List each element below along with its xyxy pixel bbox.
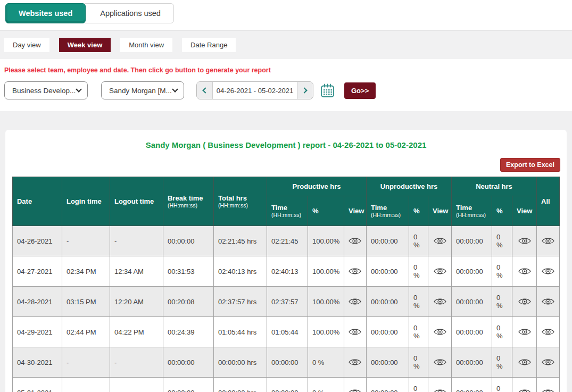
cell-neutral-time: 00:00:00 [452,347,492,378]
view-unproductive-button[interactable] [434,358,446,366]
eye-icon [434,328,446,336]
view-neutral-button[interactable] [518,358,531,366]
cell-break-time: 00:00:00 [163,378,213,392]
cell-break-time: 00:24:39 [163,317,213,347]
date-range-value[interactable]: 04-26-2021 - 05-02-2021 [213,82,297,99]
view-productive-button[interactable] [349,388,361,392]
cell-date: 04-29-2021 [12,317,62,347]
view-productive-button[interactable] [349,267,361,276]
table-row: 04-27-202102:34 PM12:34 AM00:31:5302:40:… [12,256,559,287]
view-icon-cell [428,378,452,392]
view-productive-button[interactable] [349,237,361,245]
cell-login-time: - [62,378,110,392]
view-productive-button[interactable] [349,328,361,336]
view-productive-button[interactable] [349,297,361,306]
chevron-down-icon [76,86,81,92]
cell-neutral-pct: 0 % [492,317,512,347]
eye-icon [434,388,446,392]
view-all-button[interactable] [542,358,554,366]
view-unproductive-button[interactable] [434,328,446,336]
view-button-month-view[interactable]: Month view [120,38,172,52]
cell-date: 04-28-2021 [12,287,62,317]
eye-icon [542,267,554,276]
view-icon-cell [344,378,366,392]
eye-icon [349,328,361,336]
col-header-neutral-pct: % [492,196,512,226]
col-header-neutral-view: View [512,196,537,226]
table-row: 04-29-202102:44 PM04:22 PM00:24:3901:05:… [12,317,559,347]
col-header-logout: Logout time [110,177,163,226]
view-all-button[interactable] [542,328,554,336]
cell-neutral-time: 00:00:00 [452,226,492,256]
eye-icon [434,297,446,306]
col-header-unproductive-time: Time (HH:mm:ss) [367,196,409,226]
prev-week-button[interactable] [197,82,213,99]
view-icon-cell [428,317,452,347]
employee-select[interactable]: Sandy Morgan [M... [101,81,184,99]
eye-icon [518,267,531,276]
view-neutral-button[interactable] [518,328,531,336]
cell-neutral-pct: 0 % [492,256,512,287]
view-productive-button[interactable] [349,358,361,366]
view-all-button[interactable] [542,388,554,392]
cell-productive-pct: 100.00% [308,317,344,347]
col-header-break: Break time (HH:mm:ss) [163,177,213,226]
cell-productive-pct: 0 % [308,378,344,392]
cell-neutral-time: 00:00:00 [452,256,492,287]
cell-productive-pct: 0 % [308,347,344,378]
view-icon-cell [428,347,452,378]
cell-unproductive-time: 00:00:00 [367,256,409,287]
view-button-day-view[interactable]: Day view [4,38,49,52]
view-icon-cell [344,287,366,317]
instruction-text: Please select team, employee and date. T… [4,66,568,74]
view-all-button[interactable] [542,267,554,276]
next-week-button[interactable] [297,82,313,99]
eye-icon [434,237,446,245]
view-unproductive-button[interactable] [434,388,446,392]
cell-total-hrs: 02:40:13 hrs [213,256,267,287]
report-title: Sandy Morgan ( Business Development ) re… [12,140,560,149]
view-icon-cell [512,317,537,347]
calendar-picker-button[interactable] [320,84,335,98]
cell-logout-time: - [110,378,163,392]
cell-neutral-pct: 0 % [492,287,512,317]
cell-unproductive-pct: 0 % [409,347,428,378]
view-button-week-view[interactable]: Week view [59,38,111,52]
cell-break-time: 00:31:53 [163,256,213,287]
view-all-button[interactable] [542,297,554,306]
view-icon-cell [512,378,537,392]
cell-neutral-pct: 0 % [492,226,512,256]
col-header-unproductive-view: View [428,196,452,226]
cell-unproductive-pct: 0 % [409,226,428,256]
cell-unproductive-time: 00:00:00 [367,287,409,317]
cell-productive-pct: 100.00% [308,226,344,256]
cell-productive-time: 02:40:13 [267,256,308,287]
view-all-button[interactable] [542,237,554,245]
cell-unproductive-time: 00:00:00 [367,317,409,347]
team-select[interactable]: Business Develop... [4,81,88,99]
view-neutral-button[interactable] [518,237,531,245]
view-icon-cell [537,256,560,287]
cell-login-time: 02:34 PM [62,256,110,287]
eye-icon [542,237,554,245]
view-neutral-button[interactable] [518,267,531,276]
table-row: 05-01-2021--00:00:0000:00:00 hrs00:00:00… [12,378,559,392]
tab-websites-used[interactable]: Websites used [5,3,86,23]
tab-applications-used[interactable]: Applications used [82,3,174,23]
cell-unproductive-pct: 0 % [409,378,428,392]
col-header-productive-view: View [344,196,366,226]
table-row: 04-26-2021--00:00:0002:21:45 hrs02:21:45… [12,226,559,256]
go-button[interactable]: Go>> [344,82,376,99]
view-neutral-button[interactable] [518,388,531,392]
eye-icon [542,358,554,366]
export-to-excel-button[interactable]: Export to Excel [500,158,560,172]
calendar-icon [320,84,335,98]
cell-logout-time: - [110,347,163,378]
cell-neutral-pct: 0 % [492,347,512,378]
view-neutral-button[interactable] [518,297,531,306]
view-unproductive-button[interactable] [434,297,446,306]
view-icon-cell [512,287,537,317]
view-unproductive-button[interactable] [434,267,446,276]
view-button-date-range[interactable]: Date Range [182,38,236,52]
view-unproductive-button[interactable] [434,237,446,245]
